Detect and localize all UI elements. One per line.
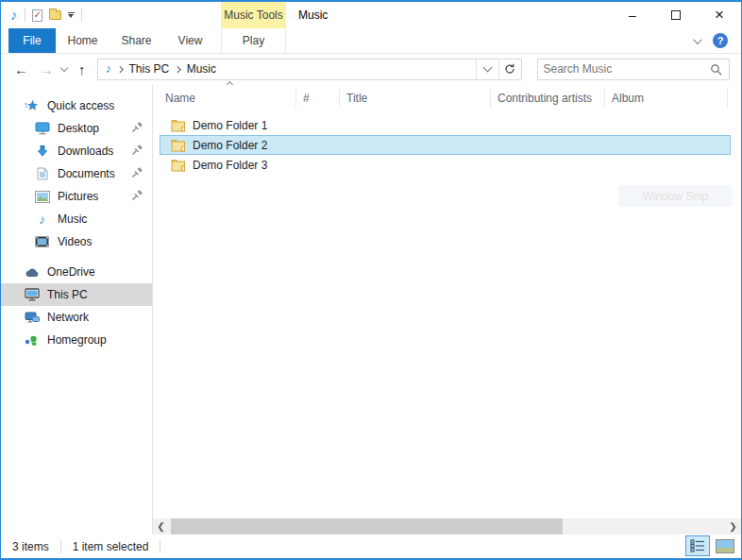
sidebar-item-label: Pictures (58, 190, 98, 203)
breadcrumb-music[interactable]: Music (187, 62, 216, 76)
location-music-icon: ♪ (106, 62, 112, 76)
customize-qat-icon[interactable] (68, 12, 75, 18)
status-bar: 3 items 1 item selected (1, 535, 741, 558)
videos-icon (34, 236, 50, 247)
sidebar-item-label: This PC (47, 288, 88, 301)
ribbon-tab-row: File Home Share View Play ? (1, 28, 741, 54)
horizontal-scrollbar[interactable]: ❮ ❯ (153, 518, 741, 535)
sidebar-item-label: Downloads (58, 144, 113, 158)
desktop-icon (34, 122, 50, 135)
search-icon[interactable] (710, 63, 722, 76)
tab-file[interactable]: File (8, 28, 56, 53)
column-header-number[interactable]: # (296, 89, 340, 108)
pin-icon (131, 190, 143, 204)
sidebar-item-network[interactable]: Network (1, 306, 152, 329)
search-box[interactable] (537, 59, 730, 80)
selection-status: 1 item selected (61, 540, 160, 553)
large-icons-view-icon (716, 539, 734, 553)
breadcrumb-this-pc[interactable]: This PC (129, 62, 170, 76)
sidebar-item-pictures[interactable]: Pictures (1, 185, 152, 208)
pin-icon (131, 144, 143, 159)
sidebar-item-onedrive[interactable]: OneDrive (1, 261, 152, 283)
expand-ribbon-icon[interactable] (693, 35, 702, 44)
close-button[interactable]: × (698, 2, 741, 28)
tab-play[interactable]: Play (221, 28, 286, 53)
search-input[interactable] (538, 62, 710, 76)
file-list-pane: Name # Title Contributing artists Album (153, 84, 741, 535)
sidebar-item-label: Music (58, 212, 87, 226)
properties-icon[interactable]: ✓ (32, 9, 42, 22)
ribbon-right-controls: ? (693, 28, 728, 53)
homegroup-icon (24, 334, 40, 347)
sidebar-item-documents[interactable]: Documents (1, 162, 152, 185)
sidebar-item-label: OneDrive (47, 265, 95, 279)
sidebar-gap (1, 253, 152, 261)
address-box[interactable]: ♪ This PC Music (97, 59, 522, 80)
column-headers: Name # Title Contributing artists Album (153, 84, 741, 112)
scroll-left-icon[interactable]: ❮ (153, 518, 169, 535)
sidebar-item-label: Videos (58, 235, 92, 248)
scroll-right-icon[interactable]: ❯ (725, 518, 741, 535)
sidebar-item-desktop[interactable]: Desktop (1, 117, 152, 140)
tab-share[interactable]: Share (110, 28, 163, 53)
scrollbar-thumb[interactable] (171, 518, 563, 535)
tab-view[interactable]: View (163, 28, 217, 53)
folder-icon (171, 139, 187, 152)
downloads-icon (34, 144, 50, 158)
documents-icon (34, 167, 50, 180)
minimize-button[interactable]: – (611, 2, 654, 28)
sidebar-item-music[interactable]: ♪ Music (1, 208, 152, 230)
breadcrumb: ♪ This PC Music (98, 62, 476, 76)
sidebar-item-quick-access[interactable]: Quick access (1, 94, 152, 117)
column-header-contributing-artists[interactable]: Contributing artists (491, 89, 605, 108)
item-count: 3 items (1, 540, 60, 553)
contextual-tab-music-tools: Music Tools (221, 2, 286, 28)
separator (25, 8, 25, 22)
sidebar-item-downloads[interactable]: Downloads (1, 140, 152, 162)
recent-locations-icon[interactable] (60, 64, 68, 72)
sidebar-item-label: Homegroup (47, 333, 107, 347)
column-header-album[interactable]: Album (605, 89, 728, 108)
network-icon (24, 312, 40, 324)
quick-access-star-icon (24, 99, 40, 112)
sidebar-item-label: Quick access (47, 99, 114, 112)
file-row-demo-folder-3[interactable]: Demo Folder 3 (160, 155, 731, 175)
up-icon[interactable]: ↑ (73, 62, 92, 76)
this-pc-icon (24, 288, 40, 301)
separator (160, 540, 160, 553)
quick-access-toolbar: ♪ ✓ (10, 8, 82, 22)
details-view-button[interactable] (685, 535, 710, 556)
column-header-name[interactable]: Name (159, 89, 296, 108)
help-icon[interactable]: ? (713, 33, 728, 48)
sort-ascending-icon (226, 81, 232, 88)
back-icon[interactable]: ← (8, 62, 34, 76)
address-bar: ← → ↑ ♪ This PC Music (1, 54, 741, 84)
maximize-button[interactable] (654, 2, 698, 28)
chevron-right-icon[interactable] (117, 66, 123, 72)
content-area: Quick access Desktop Downloads (1, 84, 741, 535)
separator (81, 8, 82, 22)
new-folder-icon[interactable] (49, 10, 61, 20)
music-note-icon: ♪ (10, 8, 18, 22)
tab-home[interactable]: Home (56, 28, 110, 53)
sidebar-item-this-pc[interactable]: This PC (1, 283, 152, 306)
sidebar-item-videos[interactable]: Videos (1, 230, 152, 253)
window-controls: – × (611, 2, 741, 28)
pin-icon (131, 122, 143, 136)
window-title: Music (298, 2, 328, 28)
chevron-right-icon[interactable] (175, 66, 180, 72)
explorer-window: ♪ ✓ Music Tools Music – × File Home Shar… (0, 0, 742, 560)
large-icons-view-button[interactable] (713, 535, 737, 556)
sidebar-item-label: Network (47, 311, 89, 324)
onedrive-icon (24, 267, 40, 278)
sidebar-item-homegroup[interactable]: Homegroup (1, 329, 152, 351)
file-name: Demo Folder 2 (193, 139, 267, 152)
refresh-button[interactable] (498, 59, 521, 79)
details-view-icon (690, 539, 705, 552)
file-row-demo-folder-1[interactable]: Demo Folder 1 (160, 115, 731, 135)
file-row-demo-folder-2[interactable]: Demo Folder 2 (160, 135, 731, 155)
file-name: Demo Folder 1 (193, 119, 267, 132)
address-dropdown-button[interactable] (476, 59, 498, 79)
forward-icon[interactable]: → (34, 62, 59, 76)
column-header-title[interactable]: Title (340, 89, 491, 108)
